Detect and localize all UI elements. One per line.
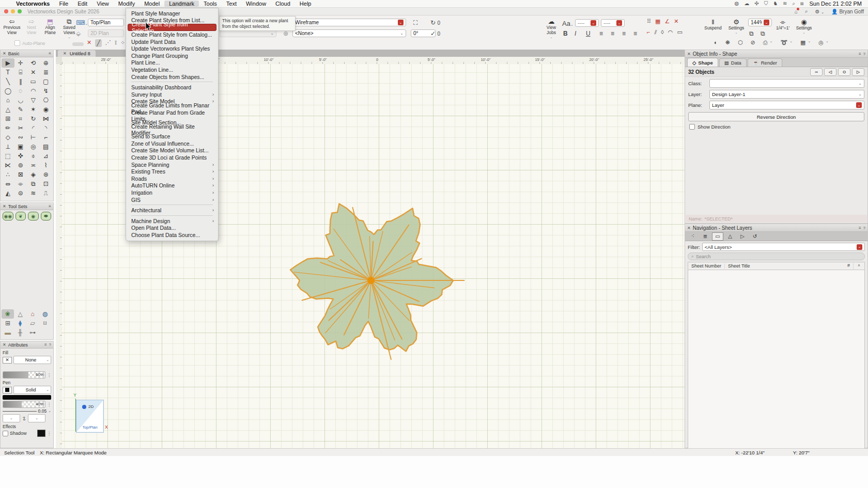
basic-tool-40[interactable]: ⬚ — [2, 151, 14, 161]
zoom-window-button[interactable] — [18, 9, 22, 13]
menu-item-autoturn-online[interactable]: AutoTURN Online› — [126, 182, 218, 190]
menubar-status-icon-7[interactable]: ⧈ — [800, 1, 803, 7]
basic-tool-23[interactable]: ◉ — [40, 105, 53, 114]
pen-opacity-slider[interactable]: 40% — [3, 401, 45, 408]
basic-tool-59[interactable]: ⎍ — [40, 188, 53, 198]
help-icon[interactable]: ? — [863, 226, 865, 230]
layers-filter-select[interactable]: <All Layers> ⌄ — [702, 243, 865, 251]
tool-set-category-0-3[interactable]: ◍ — [39, 309, 51, 319]
menubar-item-window[interactable]: Window — [241, 1, 271, 7]
basic-tool-57[interactable]: ⊜ — [14, 188, 27, 198]
menu-item-existing-trees[interactable]: Existing Trees› — [126, 168, 218, 175]
basic-tool-48[interactable]: ∴ — [2, 170, 14, 179]
tool-set-category-2-1[interactable]: ╫ — [14, 328, 26, 337]
menu-item-send-to-surface[interactable]: Send to Surface — [126, 133, 218, 140]
menubar-item-model[interactable]: Model — [140, 1, 164, 7]
search-icon[interactable]: ⌕ — [805, 8, 808, 14]
landscape-tool-3[interactable]: ⬬ — [41, 212, 52, 221]
plan-mode-select[interactable]: 2D Plan — [88, 29, 124, 37]
menu-item-change-plant-grouping[interactable]: Change Plant Grouping — [126, 52, 218, 59]
landscape-tool-0[interactable]: ◉◉ — [3, 212, 13, 221]
menu-item-space-planning[interactable]: Space Planning› — [126, 161, 218, 168]
align-left-icon[interactable]: ≡ — [599, 30, 603, 37]
basic-tool-4[interactable]: T — [2, 68, 14, 77]
basic-tool-56[interactable]: ◭ — [2, 188, 14, 198]
tool-set-category-2-2[interactable]: ⊶ — [26, 328, 39, 337]
landscape-tool-2[interactable]: ◉ — [28, 212, 39, 221]
check-count[interactable]: ✓ 0 — [430, 30, 440, 37]
basic-tool-29[interactable]: ✂ — [14, 123, 27, 133]
close-icon[interactable]: ✕ — [3, 51, 6, 56]
basic-tool-18[interactable]: ▽ — [27, 96, 40, 105]
menu-item-create-site-model-volume-list[interactable]: Create Site Model Volume List... — [126, 147, 218, 154]
basic-tool-32[interactable]: ◇ — [2, 133, 14, 142]
basic-tool-46[interactable]: ≍ — [27, 161, 40, 170]
basic-tool-5[interactable]: ⌸ — [14, 68, 27, 77]
navigation-mode-icon-1[interactable]: ≣ — [700, 232, 711, 241]
view-option-icon-5[interactable]: ➰ — [780, 39, 787, 46]
basic-tool-55[interactable]: ⊡ — [40, 179, 53, 188]
sheet-list[interactable] — [688, 270, 865, 462]
navigation-mode-icon-0[interactable]: ⁖ — [687, 232, 699, 241]
menubar-item-edit[interactable]: Edit — [73, 1, 92, 7]
menubar-item-text[interactable]: Text — [222, 1, 241, 7]
shadow-checkbox[interactable] — [3, 431, 8, 436]
constraint-icon-a-3[interactable]: ✕ — [674, 18, 678, 25]
line-start-marker-select[interactable]: ⌄ — [3, 414, 20, 422]
snap-icon-4[interactable]: ⁘ — [120, 39, 125, 47]
close-icon[interactable]: ✕ — [687, 226, 691, 230]
basic-tool-6[interactable]: ✕ — [27, 68, 40, 77]
view-option-icon-4[interactable]: ⎙ — [763, 39, 768, 46]
menu-item-create-plant-style-from-selection[interactable]: Create Plant Style from Selection... — [128, 24, 216, 31]
tool-set-category-1-0[interactable]: ⊞ — [2, 319, 14, 328]
show-direction-checkbox[interactable] — [689, 124, 695, 130]
close-icon[interactable]: ✕ — [63, 51, 67, 56]
fit-page-icon[interactable]: ⧉ — [749, 30, 754, 37]
basic-tool-45[interactable]: ⊚ — [14, 161, 27, 170]
projection-icon[interactable]: ⬙ — [76, 30, 81, 37]
menubar-status-icon-0[interactable]: ◍ — [735, 1, 739, 7]
basic-tool-58[interactable]: ≋ — [27, 188, 40, 198]
menu-item-irrigation[interactable]: Irrigation› — [126, 189, 218, 196]
view-option-icon-7[interactable]: ◎ — [818, 39, 824, 46]
basic-tool-7[interactable]: ≣ — [40, 68, 53, 77]
constraint-icon-a-0[interactable]: ⠿ — [647, 18, 651, 25]
basic-tool-26[interactable]: ↻ — [27, 114, 40, 123]
menubar-item-tools[interactable]: Tools — [199, 1, 222, 7]
basic-tool-11[interactable]: ▢ — [40, 77, 53, 86]
basic-tool-13[interactable]: ◌ — [14, 86, 27, 96]
close-icon[interactable]: ✕ — [3, 342, 6, 347]
basic-tool-44[interactable]: ⋉ — [2, 161, 14, 170]
line-weight-value[interactable]: 0.05 — [38, 408, 47, 414]
underline-button[interactable]: U — [586, 30, 591, 37]
fill-style-select[interactable]: None⌄ — [13, 356, 51, 364]
basic-tool-24[interactable]: ⊞ — [2, 114, 14, 123]
snap-icon-2[interactable]: ⋰ — [105, 39, 111, 47]
menu-item-plant-line[interactable]: Plant Line... — [126, 59, 218, 67]
basic-tool-50[interactable]: ◈ — [27, 170, 40, 179]
basic-tool-33[interactable]: ∾ — [14, 133, 27, 142]
basic-tool-20[interactable]: △ — [2, 105, 14, 114]
basic-tool-0[interactable]: ▶ — [2, 58, 14, 68]
user-account-button[interactable]: 👤 Bryan Goff — [831, 9, 864, 14]
menu-item-update-vectorworks-plant-styles[interactable]: Update Vectorworks Plant Styles — [126, 45, 218, 52]
menu-item-choose-plant-data-source[interactable]: Choose Plant Data Source... — [126, 231, 218, 239]
align-right-icon[interactable]: ≡ — [622, 30, 626, 37]
menu-icon[interactable]: ≡ — [859, 52, 861, 56]
snap-icon-3[interactable]: ⟟ — [115, 39, 117, 47]
menubar-status-icon-3[interactable]: ⛉ — [764, 1, 768, 7]
tool-set-category-0-0[interactable]: ❀ — [2, 309, 14, 319]
basic-tool-47[interactable]: ⌇ — [40, 161, 53, 170]
menu-item-plant-style-manager[interactable]: Plant Style Manager — [126, 10, 218, 17]
basic-tool-42[interactable]: ⌽ — [27, 151, 40, 161]
menu-item-gis[interactable]: GIS› — [126, 196, 218, 203]
fill-swatch[interactable]: ✕ — [3, 357, 12, 364]
previous-view-button[interactable]: ⇦Previous View — [2, 18, 22, 36]
basic-palette-titlebar[interactable]: ✕ Basic ≡ — [1, 50, 53, 57]
basic-tool-41[interactable]: ✜ — [14, 151, 27, 161]
menubar-status-icon-6[interactable]: ⌕ — [793, 1, 796, 7]
view-option-icon-6[interactable]: ▦ — [800, 39, 805, 46]
more-icon[interactable]: ⋮ — [47, 431, 51, 436]
render-style-select[interactable]: <None>⌄ — [292, 29, 406, 37]
basic-tool-19[interactable]: ⎔ — [40, 96, 53, 105]
